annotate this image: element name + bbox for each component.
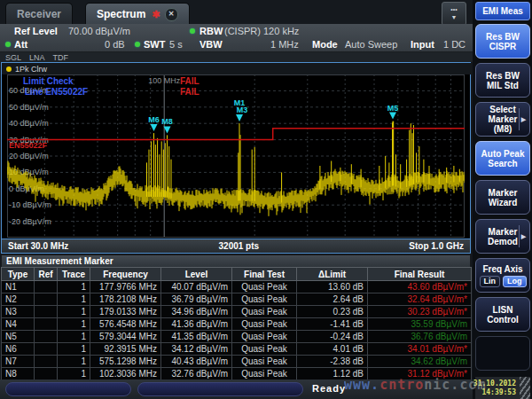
svg-text:M8: M8 [161, 117, 173, 126]
softkey-label: Freq Axis [482, 264, 522, 274]
table-row[interactable]: N11177.9766 MHz40.07 dBµV/mQuasi Peak13.… [2, 281, 472, 293]
table-row[interactable]: N41576.4548 MHz41.36 dBµV/mQuasi Peak-1.… [2, 318, 472, 331]
table-cell [35, 306, 58, 318]
emi-marker-table-window: EMI Measurement Marker TypeRefTraceFrequ… [1, 254, 471, 380]
tab-spectrum[interactable]: Spectrum ✱ ✕ [85, 3, 190, 25]
marker-demod-button[interactable]: MarkerDemod▶ [475, 219, 530, 254]
softkey-label: Marker [489, 188, 518, 198]
table-row[interactable]: N71575.1298 MHz40.43 dBµV/mQuasi Peak-2.… [2, 356, 472, 368]
table-cell: 575.1298 MHz [90, 356, 161, 368]
tab-bar: Receiver Spectrum ✱ ✕ ••• ▼ [0, 0, 473, 24]
table-row[interactable]: N81102.3036 MHz32.76 dBµV/mQuasi Peak1.1… [2, 368, 472, 380]
column-header: Final Result [368, 268, 472, 281]
sweep-points-label: 32001 pts [219, 241, 260, 251]
swt-label[interactable]: SWT [144, 38, 165, 51]
res-bw-mil-std-button[interactable]: Res BWMIL Std [475, 63, 530, 98]
tab-receiver[interactable]: Receiver [5, 3, 73, 25]
select-marker-button[interactable]: SelectMarker(M8)▶ [475, 102, 530, 137]
status-field-left [5, 382, 131, 396]
settings-panel: Ref Level 70.00 dBµV/m RBW (CISPR) 120 k… [0, 24, 473, 52]
att-value: 0 dB [105, 38, 125, 51]
status-flag-tdf: TDF [53, 53, 69, 62]
mode-value: Auto Sweep [345, 38, 397, 51]
final-result-cell: 35.59 dBµV/m [368, 318, 472, 331]
table-cell: -0.24 dB [297, 331, 368, 343]
column-header: Type [2, 268, 35, 281]
freq-axis-button[interactable]: Freq AxisLinLog [475, 258, 530, 293]
stop-frequency-label: Stop 1.0 GHz [409, 241, 464, 251]
softkey-label: Marker [489, 227, 518, 237]
table-cell: 92.3915 MHz [90, 343, 161, 356]
time-label: 14:39:53 [481, 388, 516, 397]
table-cell: -1.41 dB [297, 318, 368, 331]
table-cell: N6 [2, 343, 35, 356]
table-row[interactable]: N31179.0133 MHz34.96 dBµV/mQuasi Peak0.2… [2, 306, 472, 318]
table-cell [35, 293, 58, 306]
date-label: 31.10.2012 [473, 379, 516, 388]
table-cell: N8 [2, 368, 35, 380]
softkey-label: Control [487, 315, 519, 325]
softkey-label: CISPR [489, 42, 517, 51]
svg-text:20 dBµV/m: 20 dBµV/m [9, 152, 49, 160]
svg-text:Limit Check: Limit Check [23, 76, 74, 86]
rbw-label[interactable]: RBW [200, 25, 223, 37]
softkey-label: Search [488, 159, 517, 168]
table-cell: 40.07 dBµV/m [161, 281, 232, 293]
table-row[interactable]: N51579.3044 MHz41.35 dBµV/mQuasi Peak-0.… [2, 331, 472, 343]
table-cell: Quasi Peak [232, 343, 297, 356]
table-cell: 13.60 dB [297, 281, 368, 293]
trace-color-icon [6, 66, 12, 72]
lisn-control-button[interactable]: LISNControl [475, 297, 530, 332]
status-bar: Ready [0, 379, 473, 399]
table-cell: 1 [58, 368, 90, 380]
table-cell: 579.3044 MHz [90, 331, 161, 343]
tab-receiver-label: Receiver [17, 8, 61, 20]
ref-level-value: 70.00 dBµV/m [68, 25, 130, 37]
empty-softkey[interactable] [475, 336, 530, 371]
auto-peak-search-button[interactable]: Auto PeakSearch [475, 141, 530, 176]
mode-label[interactable]: Mode [312, 38, 338, 51]
table-cell: 102.3036 MHz [90, 368, 161, 380]
column-header: Frequency [90, 268, 161, 281]
table-cell [35, 368, 58, 380]
table-cell: N2 [2, 293, 35, 306]
svg-text:M5: M5 [387, 104, 399, 113]
submenu-arrow-icon: ▶ [519, 108, 528, 130]
input-label[interactable]: Input [411, 38, 434, 51]
column-header: Trace [58, 268, 90, 281]
table-cell: 1.12 dB [297, 368, 368, 380]
spectrum-plot[interactable]: 60 dBµV/m50 dBµV/m40 dBµV/m30 dBµV/m20 d… [7, 74, 465, 238]
svg-text:M3: M3 [237, 106, 248, 114]
trace-legend: 1Pk Clrw [2, 63, 474, 74]
att-label[interactable]: Att [14, 38, 27, 51]
table-cell [35, 343, 58, 356]
table-cell: 32.76 dBµV/m [161, 368, 232, 380]
hatch-decoration [520, 377, 530, 399]
softkey-label: Res BW [486, 71, 520, 81]
final-result-cell: 30.23 dBµV/m* [368, 306, 472, 318]
table-cell: Quasi Peak [232, 293, 297, 306]
table-cell: 34.12 dBµV/m [161, 343, 232, 356]
vbw-value: 1 MHz [270, 38, 299, 51]
softkey-label: LISN [493, 305, 513, 315]
status-flag-lna: LNA [29, 53, 45, 62]
datetime-panel: 31.10.2012 14:39:53 [475, 377, 530, 399]
ref-level-label[interactable]: Ref Level [14, 25, 58, 37]
table-row[interactable]: N6192.3915 MHz34.12 dBµV/mQuasi Peak4.01… [2, 343, 472, 356]
table-cell: Quasi Peak [232, 356, 297, 368]
toggle-log[interactable]: Log [503, 276, 527, 287]
softkey-label: (M8) [494, 124, 512, 134]
table-cell: Quasi Peak [232, 306, 297, 318]
close-tab-icon[interactable]: ✕ [165, 8, 178, 21]
menu-dots-icon: ••• [442, 5, 466, 13]
marker-wizard-button[interactable]: MarkerWizard [475, 180, 530, 215]
vbw-label[interactable]: VBW [200, 38, 223, 51]
emi-marker-table: TypeRefTraceFrequencyLevelFinal TestΔLim… [1, 267, 472, 380]
table-row[interactable]: N21178.2108 MHz36.79 dBµV/mQuasi Peak2.6… [2, 293, 472, 306]
display-menu-button[interactable]: ••• ▼ [442, 2, 466, 26]
svg-text:FAIL: FAIL [180, 76, 200, 86]
toggle-lin[interactable]: Lin [480, 276, 501, 287]
svg-text:EN55022F: EN55022F [9, 141, 48, 150]
res-bw-cispr-button[interactable]: Res BWCISPR [475, 24, 530, 59]
softkey-sidebar: EMI Meas Res BWCISPRRes BWMIL StdSelectM… [473, 0, 532, 399]
